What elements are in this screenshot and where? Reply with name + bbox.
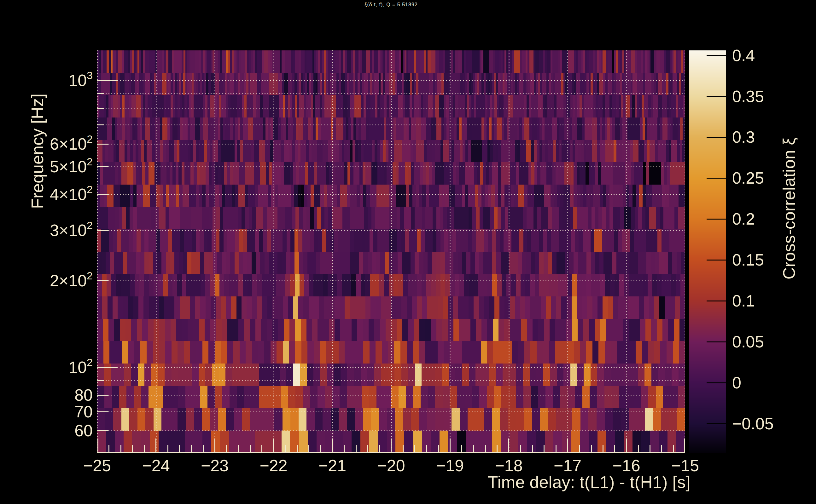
y-tick-label: 103	[68, 72, 93, 89]
figure: ξ(δ t, f), Q = 5.51892 Frequency [Hz] 10…	[0, 0, 816, 504]
colorbar-tick-label: 0.4	[732, 47, 755, 64]
y-tick-label: 60	[74, 422, 93, 439]
colorbar-tick-label: 0.1	[732, 293, 755, 309]
heatmap-canvas	[97, 50, 685, 453]
y-tick-label: 5×102	[50, 158, 93, 175]
colorbar-tick-label: 0.05	[732, 334, 764, 350]
colorbar-canvas	[689, 50, 726, 453]
y-tick-label: 6×102	[50, 136, 93, 152]
colorbar-tick-label: 0.35	[732, 88, 764, 105]
x-tick-label: −23	[201, 457, 229, 474]
colorbar-tick-label: 0.25	[732, 170, 764, 186]
y-tick-label: 4×102	[50, 186, 93, 203]
x-tick-label: −16	[612, 457, 640, 474]
y-tick-label: 70	[74, 404, 93, 420]
y-tick-label: 102	[68, 359, 93, 375]
y-tick-label: 2×102	[50, 272, 93, 289]
x-tick-label: −20	[377, 457, 405, 474]
colorbar-title: Cross-correlation ξ	[779, 138, 799, 279]
x-axis-title: Time delay: t(L1) - t(H1) [s]	[487, 472, 690, 492]
colorbar-tick-label: 0	[732, 375, 741, 391]
y-tick-label: 80	[74, 387, 93, 403]
colorbar-tick-label: 0.3	[732, 129, 755, 145]
x-tick-label: −24	[142, 457, 169, 474]
colorbar-tick-label: 0.2	[732, 211, 755, 227]
colorbar-tick-label: 0.15	[732, 252, 764, 268]
colorbar-tick-label: −0.05	[732, 415, 774, 432]
x-tick-label: −19	[436, 457, 464, 474]
x-tick-label: −25	[83, 457, 111, 474]
x-tick-label: −15	[671, 457, 699, 474]
x-tick-label: −17	[554, 457, 581, 474]
chart-title: ξ(δ t, f), Q = 5.51892	[97, 2, 685, 8]
x-tick-label: −22	[260, 457, 287, 474]
x-tick-label: −21	[319, 457, 346, 474]
x-tick-label: −18	[495, 457, 522, 474]
y-axis-title: Frequency [Hz]	[27, 94, 47, 209]
y-tick-label: 3×102	[50, 222, 93, 238]
